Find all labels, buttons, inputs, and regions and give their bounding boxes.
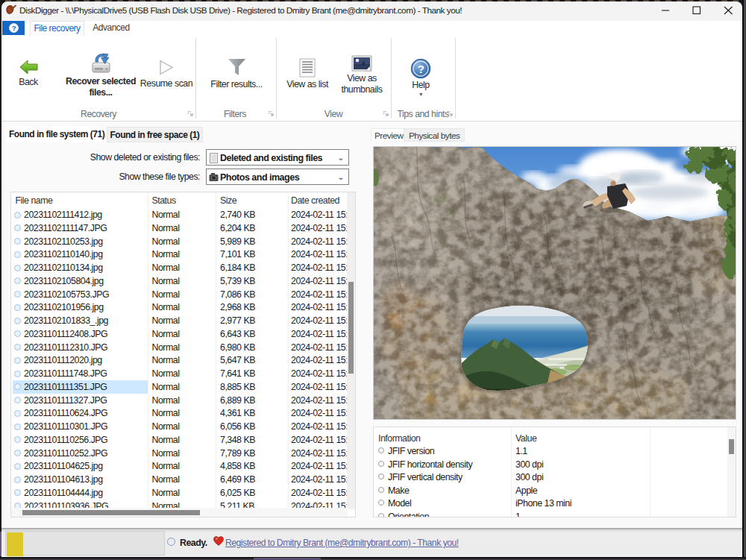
- svg-text:?: ?: [418, 63, 424, 75]
- svg-text:?: ?: [11, 23, 16, 31]
